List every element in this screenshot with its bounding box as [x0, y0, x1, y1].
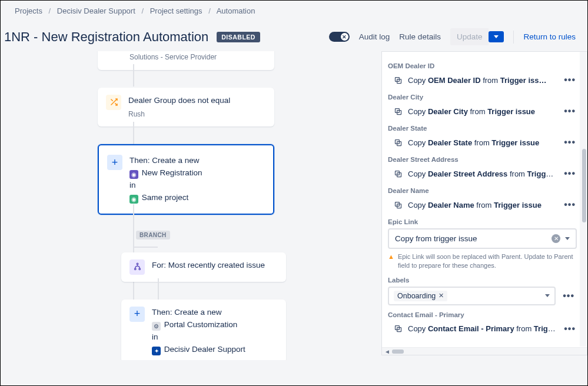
- more-actions-button[interactable]: •••: [562, 324, 578, 334]
- field-label: OEM Dealer ID: [388, 62, 578, 69]
- field-label: Epic Link: [388, 218, 578, 225]
- copy-text: Copy Dealer City from Trigger issue: [408, 107, 556, 116]
- field-group: Dealer Name Copy Dealer Name from Trigge…: [387, 187, 578, 212]
- field-group-contact-email: Contact Email - Primary Copy Contact Ema…: [387, 311, 578, 337]
- flow-card-condition[interactable]: Dealer Group does not equal Rush: [98, 88, 274, 127]
- flow-canvas: Solutions - Service Provider Dealer Grou…: [1, 51, 381, 360]
- clear-icon[interactable]: ✕: [552, 234, 560, 243]
- breadcrumb-item[interactable]: Projects: [15, 6, 42, 15]
- copy-field-row[interactable]: Copy Dealer State from Trigger issue •••: [387, 135, 578, 150]
- branch-tag: BRANCH: [136, 231, 170, 239]
- copy-field-row[interactable]: Copy Dealer City from Trigger issue •••: [387, 104, 578, 119]
- plus-icon: +: [107, 155, 122, 170]
- status-badge-disabled: DISABLED: [217, 32, 260, 42]
- page-title: 1NR - New Registration Automation: [4, 29, 208, 45]
- update-dropdown-button[interactable]: [489, 31, 504, 42]
- flow-card-condition-prev[interactable]: Solutions - Service Provider: [98, 51, 274, 70]
- breadcrumb-separator: /: [208, 6, 211, 15]
- copy-text: Copy OEM Dealer ID from Trigger iss…: [408, 76, 556, 85]
- copy-icon: [394, 76, 403, 85]
- flow-card-action-create-issue-2[interactable]: + Then: Create a new ⚙ Portal Customizat…: [121, 300, 286, 360]
- chevron-down-icon: [545, 294, 550, 297]
- field-label: Dealer State: [388, 125, 578, 132]
- card-title: For: Most recently created issue: [152, 259, 265, 272]
- copy-field-row[interactable]: Copy OEM Dealer ID from Trigger iss… •••: [387, 72, 578, 88]
- details-panel: OEM Dealer ID Copy OEM Dealer ID from Tr…: [381, 51, 587, 355]
- labels-select[interactable]: Onboarding ✕: [388, 287, 556, 305]
- card-line: in: [129, 179, 202, 192]
- copy-text: Copy Dealer State from Trigger issue: [408, 138, 556, 147]
- card-subtitle: Rush: [128, 109, 230, 120]
- return-to-rules-link[interactable]: Return to rules: [523, 32, 576, 41]
- svg-point-1: [134, 268, 136, 270]
- horizontal-scrollbar[interactable]: ◄: [382, 347, 587, 355]
- field-label: Dealer Name: [388, 187, 578, 194]
- breadcrumb-separator: /: [49, 6, 51, 15]
- project-icon: ✦: [152, 347, 161, 355]
- card-title: Dealer Group does not equal: [128, 95, 230, 107]
- more-actions-button[interactable]: •••: [562, 199, 578, 210]
- card-subtitle: Solutions - Service Provider: [129, 52, 217, 63]
- epic-link-select[interactable]: Copy from trigger issue ✕: [388, 228, 577, 249]
- breadcrumb-separator: /: [141, 6, 144, 15]
- horizontal-scrollbar-thumb[interactable]: [392, 350, 404, 354]
- copy-text: Copy Dealer Street Address from Trigger…: [408, 169, 556, 178]
- issue-type-icon: ◉: [129, 170, 138, 179]
- breadcrumb: Projects / Decisiv Dealer Support / Proj…: [1, 1, 587, 15]
- divider: [513, 31, 514, 44]
- header-bar: 1NR - New Registration Automation DISABL…: [1, 15, 587, 51]
- field-label: Contact Email - Primary: [388, 311, 578, 318]
- field-label: Dealer Street Address: [388, 156, 578, 163]
- rule-details-button[interactable]: Rule details: [399, 32, 441, 41]
- card-line: ◉ New Registration: [129, 167, 202, 179]
- field-group: Dealer City Copy Dealer City from Trigge…: [387, 94, 578, 119]
- svg-point-2: [139, 268, 141, 270]
- audit-log-button[interactable]: Audit log: [359, 32, 390, 41]
- field-group: Dealer Street Address Copy Dealer Street…: [387, 156, 578, 181]
- card-line: ✦ Decisiv Dealer Support: [152, 344, 245, 356]
- card-line: ◉ Same project: [129, 192, 202, 204]
- field-group-labels: Labels Onboarding ✕ •••: [387, 277, 578, 305]
- label-chip: Onboarding ✕: [394, 291, 447, 301]
- details-scroll-area[interactable]: OEM Dealer ID Copy OEM Dealer ID from Tr…: [382, 52, 587, 347]
- field-group: OEM Dealer ID Copy OEM Dealer ID from Tr…: [387, 62, 578, 88]
- chevron-down-icon: [565, 237, 570, 240]
- more-actions-button[interactable]: •••: [560, 291, 577, 301]
- breadcrumb-item[interactable]: Automation: [217, 6, 255, 15]
- scroll-left-arrow[interactable]: ◄: [384, 348, 390, 355]
- branch-icon: [129, 259, 145, 275]
- copy-text: Copy Dealer Name from Trigger issue: [408, 201, 556, 209]
- epic-link-warning: ▲ Epic Link will soon be replaced with P…: [388, 252, 577, 271]
- breadcrumb-item[interactable]: Project settings: [150, 6, 202, 15]
- more-actions-button[interactable]: •••: [562, 75, 578, 85]
- copy-icon: [394, 324, 403, 333]
- more-actions-button[interactable]: •••: [562, 137, 578, 148]
- field-label: Dealer City: [388, 94, 578, 101]
- flow-card-action-create-issue[interactable]: + Then: Create a new ◉ New Registration …: [98, 144, 274, 215]
- field-group: Dealer State Copy Dealer State from Trig…: [387, 125, 578, 150]
- project-icon: ◉: [129, 195, 138, 204]
- field-group-epic-link: Epic Link Copy from trigger issue ✕ ▲ Ep…: [387, 218, 578, 271]
- copy-field-row[interactable]: Copy Contact Email - Primary from Trigge…: [387, 321, 578, 337]
- vertical-scrollbar-thumb[interactable]: [582, 149, 586, 222]
- more-actions-button[interactable]: •••: [562, 168, 578, 179]
- vertical-scrollbar-track[interactable]: [580, 52, 586, 347]
- more-actions-button[interactable]: •••: [562, 106, 578, 117]
- copy-icon: [394, 138, 403, 147]
- copy-icon: [394, 201, 403, 209]
- copy-text: Copy Contact Email - Primary from Trigge…: [408, 324, 556, 333]
- remove-chip-icon[interactable]: ✕: [438, 292, 444, 300]
- card-line: ⚙ Portal Customization: [152, 319, 245, 331]
- copy-field-row[interactable]: Copy Dealer Name from Trigger issue •••: [387, 197, 578, 212]
- breadcrumb-item[interactable]: Decisiv Dealer Support: [57, 6, 135, 15]
- plus-icon: +: [129, 307, 145, 322]
- warning-icon: ▲: [388, 252, 394, 271]
- rule-enabled-toggle[interactable]: ✕: [329, 32, 350, 42]
- issue-type-icon: ⚙: [152, 322, 161, 331]
- shuffle-icon: [106, 95, 121, 110]
- card-line: Then: Create a new: [152, 307, 245, 319]
- flow-card-branch[interactable]: For: Most recently created issue: [121, 252, 286, 282]
- copy-icon: [394, 169, 403, 178]
- copy-field-row[interactable]: Copy Dealer Street Address from Trigger……: [387, 166, 578, 181]
- update-button: Update: [450, 28, 489, 45]
